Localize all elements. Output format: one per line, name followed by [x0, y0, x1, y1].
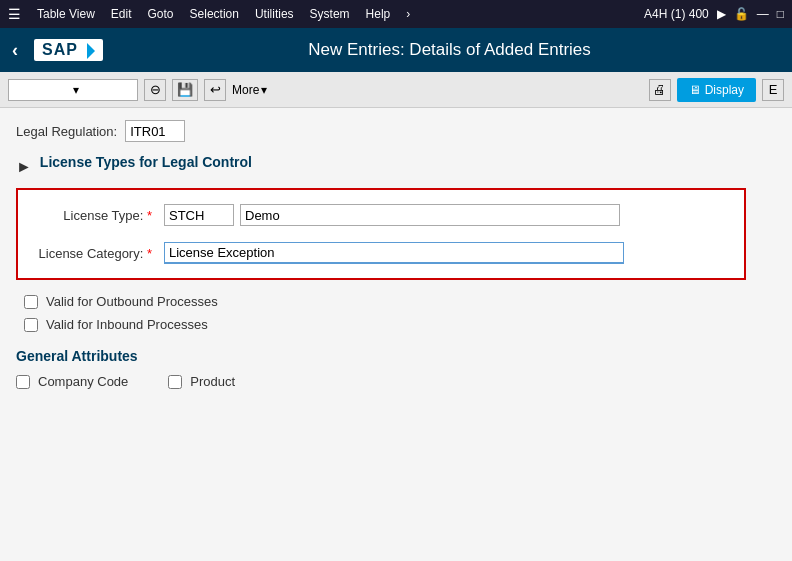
hamburger-icon[interactable]: ☰ [8, 6, 21, 22]
inbound-checkbox-row: Valid for Inbound Processes [24, 317, 776, 332]
license-category-input[interactable] [164, 242, 624, 264]
play-icon[interactable]: ▶ [717, 7, 726, 21]
product-label: Product [190, 374, 235, 389]
more-label: More [232, 83, 259, 97]
save-icon: 💾 [177, 82, 193, 97]
extra-icon: E [769, 82, 778, 97]
section-title: License Types for Legal Control [40, 154, 252, 170]
product-checkbox[interactable] [168, 375, 182, 389]
extra-button[interactable]: E [762, 79, 784, 101]
license-type-input[interactable] [164, 204, 234, 226]
page-title: New Entries: Details of Added Entries [119, 40, 780, 60]
menu-system[interactable]: System [310, 7, 350, 21]
company-code-label: Company Code [38, 374, 128, 389]
printer-icon: 🖨 [653, 82, 666, 97]
outbound-checkbox[interactable] [24, 295, 38, 309]
inbound-label: Valid for Inbound Processes [46, 317, 208, 332]
toolbar-dropdown[interactable]: ▾ [8, 79, 138, 101]
main-content: Legal Regulation: ► License Types for Le… [0, 108, 792, 561]
section-arrow-icon: ► [16, 158, 32, 176]
license-category-label: License Category: * [34, 246, 164, 261]
license-type-label: License Type: * [34, 208, 164, 223]
title-bar: ☰ Table View Edit Goto Selection Utiliti… [0, 0, 792, 28]
undo-icon: ↩ [210, 82, 221, 97]
license-types-section: License Type: * License Category: * [16, 188, 746, 280]
menu-separator: › [406, 7, 410, 21]
license-type-row: License Type: * [34, 204, 728, 226]
menu-utilities[interactable]: Utilities [255, 7, 294, 21]
minus-button[interactable]: ⊖ [144, 79, 166, 101]
more-arrow-icon: ▾ [261, 83, 267, 97]
menu-selection[interactable]: Selection [190, 7, 239, 21]
sap-logo-triangle [87, 43, 95, 59]
display-button[interactable]: 🖥 Display [677, 78, 756, 102]
legal-regulation-input[interactable] [125, 120, 185, 142]
system-id: A4H (1) 400 [644, 7, 709, 21]
sap-header: ‹ SAP New Entries: Details of Added Entr… [0, 28, 792, 72]
save-button[interactable]: 💾 [172, 79, 198, 101]
back-button[interactable]: ‹ [12, 40, 18, 61]
menu-edit[interactable]: Edit [111, 7, 132, 21]
undo-button[interactable]: ↩ [204, 79, 226, 101]
menu-goto[interactable]: Goto [148, 7, 174, 21]
menu-help[interactable]: Help [366, 7, 391, 21]
display-icon: 🖥 [689, 83, 701, 97]
inbound-checkbox[interactable] [24, 318, 38, 332]
display-label: Display [705, 83, 744, 97]
product-attr: Product [168, 374, 235, 389]
attrs-row: Company Code Product [16, 374, 776, 389]
menu-tableview[interactable]: Table View [37, 7, 95, 21]
outbound-label: Valid for Outbound Processes [46, 294, 218, 309]
more-button[interactable]: More ▾ [232, 83, 267, 97]
sap-logo: SAP [34, 39, 103, 61]
lock-icon[interactable]: 🔓 [734, 7, 749, 21]
company-code-checkbox[interactable] [16, 375, 30, 389]
maximize-btn[interactable]: □ [777, 7, 784, 21]
license-type-desc-input[interactable] [240, 204, 620, 226]
required-star: * [147, 208, 152, 223]
toolbar: ▾ ⊖ 💾 ↩ More ▾ 🖨 🖥 Display E [0, 72, 792, 108]
legal-regulation-row: Legal Regulation: [16, 120, 776, 142]
outbound-checkbox-row: Valid for Outbound Processes [24, 294, 776, 309]
printer-button[interactable]: 🖨 [649, 79, 671, 101]
legal-regulation-label: Legal Regulation: [16, 124, 125, 139]
required-star2: * [147, 246, 152, 261]
checkboxes-section: Valid for Outbound Processes Valid for I… [16, 294, 776, 332]
dropdown-arrow-icon: ▾ [73, 83, 133, 97]
license-category-row: License Category: * [34, 242, 728, 264]
minus-icon: ⊖ [150, 82, 161, 97]
company-code-attr: Company Code [16, 374, 128, 389]
general-attrs-title: General Attributes [16, 348, 776, 364]
minimize-btn[interactable]: — [757, 7, 769, 21]
